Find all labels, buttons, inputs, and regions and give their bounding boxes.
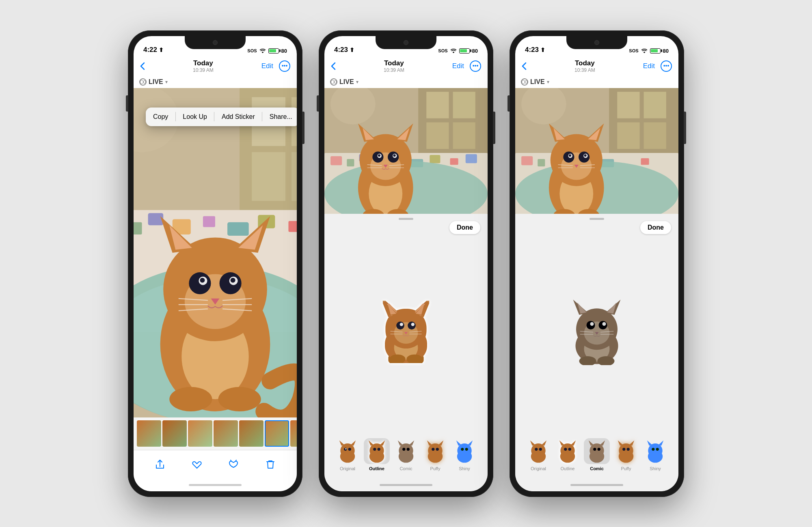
svg-rect-13 xyxy=(227,222,249,235)
context-copy-1[interactable]: Copy xyxy=(146,108,175,126)
thumb-5[interactable] xyxy=(239,420,263,447)
battery-pct-3: 80 xyxy=(663,48,669,54)
status-icons-3: SOS 80 xyxy=(629,48,669,54)
sticker-option-outline-3[interactable]: Outline xyxy=(555,438,581,471)
svg-point-155 xyxy=(584,154,587,157)
sticker-option-puffy-2[interactable]: Puffy xyxy=(422,438,448,471)
more-button-3[interactable]: ••• xyxy=(661,60,672,72)
svg-marker-125 xyxy=(467,440,473,445)
edit-button-3[interactable]: Edit xyxy=(643,62,655,70)
sticker-option-original-2[interactable]: Original xyxy=(335,438,361,471)
live-text-2: LIVE xyxy=(339,78,354,86)
svg-marker-183 xyxy=(541,440,546,445)
more-button-2[interactable]: ••• xyxy=(470,60,481,72)
svg-marker-100 xyxy=(350,440,356,445)
sticker-option-shiny-3[interactable]: Shiny xyxy=(642,438,668,471)
sticker-label-original-2: Original xyxy=(340,466,355,471)
svg-point-120 xyxy=(432,447,434,450)
sticker-cat-2 xyxy=(378,298,434,363)
svg-point-187 xyxy=(560,443,574,458)
home-indicator-3 xyxy=(515,479,678,491)
sticker-option-comic-3[interactable]: Comic xyxy=(584,438,610,471)
svg-point-90 xyxy=(411,323,415,326)
context-addsticker-1[interactable]: Add Sticker xyxy=(214,108,262,126)
share-button-1[interactable] xyxy=(151,456,169,473)
svg-point-191 xyxy=(568,447,571,450)
live-chevron-1: ▾ xyxy=(165,79,168,85)
svg-marker-195 xyxy=(600,440,605,445)
nav-bar-3: Today 10:39 AM Edit ••• xyxy=(515,56,678,76)
context-lookup-1[interactable]: Look Up xyxy=(175,108,214,126)
live-badge-3[interactable]: LIVE ▾ xyxy=(515,76,678,88)
cat-button-1[interactable] xyxy=(225,456,242,473)
nav-actions-2: Edit ••• xyxy=(452,60,481,72)
edit-button-1[interactable]: Edit xyxy=(261,62,273,70)
photo-area-2[interactable] xyxy=(324,88,488,214)
nav-bar-2: Today 10:39 AM Edit ••• xyxy=(324,56,488,76)
done-button-3[interactable]: Done xyxy=(640,221,671,234)
thumb-1[interactable] xyxy=(137,420,161,447)
back-button-2[interactable] xyxy=(331,62,336,70)
trash-button-1[interactable] xyxy=(261,456,279,473)
sticker-option-shiny-2[interactable]: Shiny xyxy=(451,438,477,471)
svg-marker-194 xyxy=(589,440,594,445)
svg-point-196 xyxy=(593,447,596,450)
svg-point-98 xyxy=(340,443,354,458)
svg-marker-119 xyxy=(438,440,443,445)
more-button-1[interactable]: ••• xyxy=(279,60,290,72)
thumb-2[interactable] xyxy=(162,420,187,447)
svg-point-154 xyxy=(569,154,571,157)
photo-area-1[interactable]: Copy Look Up Add Sticker Share... xyxy=(134,88,297,417)
back-button-1[interactable] xyxy=(140,62,145,70)
thumb-6[interactable] xyxy=(265,420,289,447)
sticker-label-original-3: Original xyxy=(531,466,546,471)
battery-icon-1 xyxy=(268,48,279,54)
sticker-option-puffy-3[interactable]: Puffy xyxy=(613,438,639,471)
status-time-3: 4:23 ⬆ xyxy=(525,46,545,54)
phone-3-screen: 4:23 ⬆ SOS 80 xyxy=(515,36,678,491)
sticker-option-original-3[interactable]: Original xyxy=(525,438,551,471)
edit-button-2[interactable]: Edit xyxy=(452,62,464,70)
svg-marker-188 xyxy=(559,440,565,445)
thumbnail-strip-1 xyxy=(134,417,297,450)
svg-point-209 xyxy=(656,447,659,450)
thumb-3[interactable] xyxy=(188,420,212,447)
live-badge-1[interactable]: LIVE ▾ xyxy=(134,76,297,88)
cat-photo-1 xyxy=(134,88,297,417)
svg-marker-182 xyxy=(530,440,536,445)
photo-area-3[interactable] xyxy=(515,88,678,214)
context-share-1[interactable]: Share... xyxy=(262,108,297,126)
done-button-2[interactable]: Done xyxy=(449,221,480,234)
status-time-1: 4:22 ⬆ xyxy=(143,46,164,54)
like-button-1[interactable] xyxy=(188,456,206,473)
back-button-3[interactable] xyxy=(522,62,527,70)
svg-point-205 xyxy=(648,443,662,458)
svg-rect-12 xyxy=(203,216,215,227)
wifi-icon-1 xyxy=(259,48,266,53)
svg-rect-131 xyxy=(644,92,666,118)
phone-1: 4:22 ⬆ SOS 80 xyxy=(128,30,302,497)
svg-rect-137 xyxy=(538,159,545,166)
sticker-label-outline-2: Outline xyxy=(369,466,384,471)
svg-point-114 xyxy=(402,447,405,450)
svg-point-185 xyxy=(539,447,542,450)
svg-rect-44 xyxy=(453,92,475,118)
sticker-option-outline-2[interactable]: Outline xyxy=(364,438,390,471)
live-badge-2[interactable]: LIVE ▾ xyxy=(324,76,488,88)
svg-point-40 xyxy=(218,387,261,411)
svg-point-184 xyxy=(535,447,538,450)
svg-rect-140 xyxy=(641,158,649,165)
thumb-4[interactable] xyxy=(214,420,238,447)
thumb-7[interactable] xyxy=(290,420,297,447)
nav-bar-1: Today 10:39 AM Edit ••• xyxy=(134,56,297,76)
svg-point-199 xyxy=(619,443,633,458)
svg-rect-43 xyxy=(426,92,449,118)
home-bar-1 xyxy=(189,484,242,486)
svg-rect-5 xyxy=(292,152,297,200)
notch-camera-1 xyxy=(213,40,218,45)
sticker-option-comic-2[interactable]: Comic xyxy=(393,438,419,471)
sticker-label-puffy-2: Puffy xyxy=(430,466,441,471)
location-icon-3: ⬆ xyxy=(540,47,545,53)
svg-marker-99 xyxy=(339,440,345,445)
live-chevron-2: ▾ xyxy=(356,79,358,85)
